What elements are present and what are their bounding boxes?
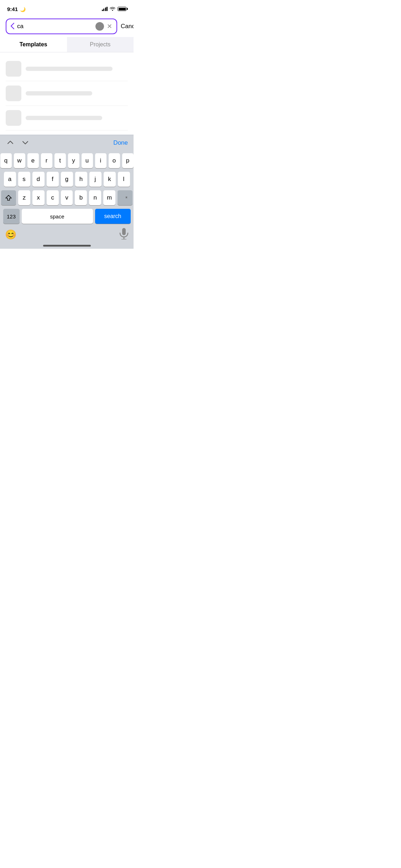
keyboard-toolbar: Done (0, 135, 134, 150)
battery-icon (118, 7, 126, 11)
dictation-microphone-button[interactable] (119, 228, 129, 241)
key-w[interactable]: w (14, 153, 25, 168)
skeleton-line (26, 67, 113, 71)
delete-key[interactable] (118, 190, 132, 205)
skeleton-lines-2 (26, 91, 128, 95)
skeleton-thumbnail-3 (6, 110, 21, 126)
search-key[interactable]: search (95, 209, 131, 224)
key-z[interactable]: z (18, 190, 30, 205)
skeleton-list (0, 52, 134, 135)
key-x[interactable]: x (32, 190, 45, 205)
key-p[interactable]: p (122, 153, 134, 168)
key-c[interactable]: c (47, 190, 59, 205)
key-b[interactable]: b (75, 190, 87, 205)
wifi-icon (110, 6, 115, 12)
keyboard-row-4: 123 space search (1, 209, 132, 224)
search-input[interactable] (17, 23, 93, 30)
skeleton-item-2 (6, 81, 128, 106)
key-y[interactable]: y (68, 153, 79, 168)
microphone-circle-icon (95, 22, 104, 31)
keyboard-row-1: q w e r t y u i o p (1, 153, 132, 168)
key-n[interactable]: n (89, 190, 101, 205)
skeleton-line (26, 91, 92, 95)
tabs-container: Templates Projects (0, 37, 134, 52)
key-u[interactable]: u (82, 153, 93, 168)
svg-rect-0 (122, 228, 126, 235)
key-q[interactable]: q (0, 153, 12, 168)
key-j[interactable]: j (89, 172, 101, 187)
key-e[interactable]: e (27, 153, 39, 168)
shift-key[interactable] (1, 190, 16, 205)
keyboard-row-2: a s d f g h j k l (1, 172, 132, 187)
key-v[interactable]: v (61, 190, 73, 205)
key-k[interactable]: k (104, 172, 116, 187)
emoji-button[interactable]: 😊 (5, 230, 16, 239)
keyboard-row-3: z x c v b n m (1, 190, 132, 205)
key-g[interactable]: g (61, 172, 73, 187)
skeleton-lines-3 (26, 116, 128, 120)
skeleton-item-3 (6, 106, 128, 130)
keyboard: q w e r t y u i o p a s d f g h j k l z … (0, 150, 134, 225)
keyboard-nav-buttons (6, 138, 30, 148)
key-d[interactable]: d (32, 172, 45, 187)
keyboard-next-button[interactable] (21, 138, 30, 148)
keyboard-done-button[interactable]: Done (113, 139, 128, 146)
cancel-button[interactable]: Cancel (121, 21, 134, 31)
home-indicator (0, 242, 134, 249)
numbers-key[interactable]: 123 (3, 209, 20, 224)
key-h[interactable]: h (75, 172, 87, 187)
key-r[interactable]: r (41, 153, 52, 168)
keyboard-bottom-row: 😊 (0, 225, 134, 242)
home-bar (43, 245, 91, 247)
key-f[interactable]: f (47, 172, 59, 187)
skeleton-thumbnail-1 (6, 61, 21, 77)
keyboard-prev-button[interactable] (6, 138, 15, 148)
skeleton-item-1 (6, 57, 128, 81)
status-time: 9:41 🌙 (7, 6, 26, 12)
key-s[interactable]: s (18, 172, 30, 187)
search-clear-button[interactable]: ✕ (107, 23, 112, 30)
search-bar-container: ✕ Cancel (0, 16, 134, 37)
key-l[interactable]: l (118, 172, 130, 187)
space-key[interactable]: space (22, 209, 93, 224)
search-back-button[interactable] (11, 23, 14, 30)
key-a[interactable]: a (4, 172, 16, 187)
key-o[interactable]: o (109, 153, 120, 168)
status-bar: 9:41 🌙 (0, 0, 134, 16)
content-area (0, 52, 134, 135)
signal-bars-icon (102, 7, 108, 11)
key-m[interactable]: m (103, 190, 115, 205)
key-t[interactable]: t (54, 153, 66, 168)
search-input-wrapper[interactable]: ✕ (6, 19, 117, 34)
skeleton-line (26, 116, 102, 120)
key-i[interactable]: i (95, 153, 106, 168)
moon-icon: 🌙 (20, 7, 26, 12)
tab-projects[interactable]: Projects (67, 37, 134, 52)
skeleton-lines-1 (26, 67, 128, 71)
skeleton-thumbnail-2 (6, 86, 21, 101)
tab-templates[interactable]: Templates (0, 37, 67, 52)
status-icons (102, 6, 127, 12)
